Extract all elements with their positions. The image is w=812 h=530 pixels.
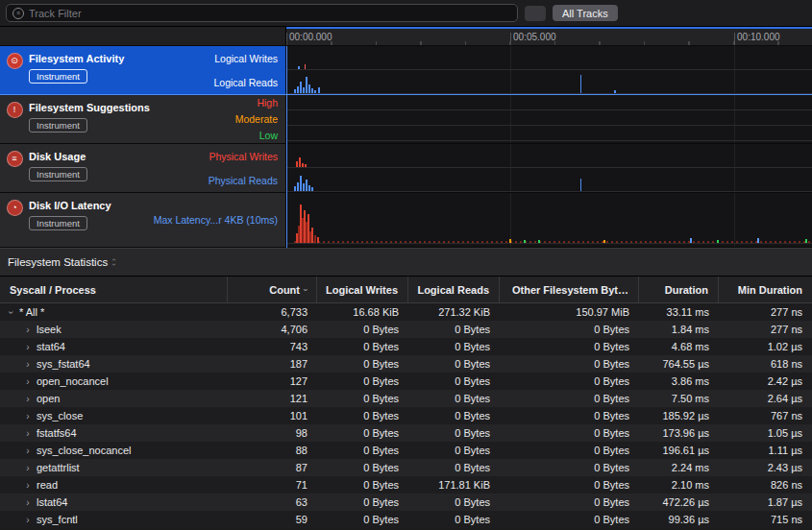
table-row-sys-fstat64[interactable]: ›sys_fstat641870 Bytes0 Bytes0 Bytes764.…: [0, 355, 812, 373]
chevron-right-icon[interactable]: ›: [23, 515, 33, 525]
graph-bar: [317, 237, 319, 243]
cell-logical-writes: 0 Bytes: [317, 445, 408, 456]
cell-logical-writes: 0 Bytes: [317, 514, 408, 525]
instrument-badge: Instrument: [29, 118, 87, 132]
chevron-up-down-icon[interactable]: ››: [112, 257, 115, 267]
graph-bar: [297, 182, 299, 191]
table-header: Syscall / ProcessCount›Logical WritesLog…: [0, 277, 812, 303]
chevron-right-icon[interactable]: ›: [23, 394, 33, 404]
cell-logical-reads: 0 Bytes: [408, 341, 500, 352]
chevron-right-icon[interactable]: ›: [23, 411, 33, 422]
cell-logical-writes: 0 Bytes: [317, 375, 408, 387]
table-row-sys-close[interactable]: ›sys_close1010 Bytes0 Bytes0 Bytes185.92…: [0, 407, 812, 424]
track-lane-labels: Logical WritesLogical Reads: [213, 46, 278, 94]
table-row-stat64[interactable]: ›stat647430 Bytes0 Bytes0 Bytes4.68 ms1.…: [0, 338, 812, 355]
column-header-syscall-process[interactable]: Syscall / Process: [0, 277, 228, 302]
cell-logical-reads: 0 Bytes: [408, 375, 500, 387]
table-row-fstatfs64[interactable]: ›fstatfs64980 Bytes0 Bytes0 Bytes173.96 …: [0, 424, 812, 442]
cell-count: 101: [228, 410, 317, 422]
toolbar: ≡ All Tracks: [0, 0, 812, 27]
lane-baseline: [286, 93, 812, 94]
cell-count: 71: [228, 479, 317, 491]
syscall-name: sys_close: [37, 410, 83, 422]
table-row-getattrlist[interactable]: ›getattrlist870 Bytes0 Bytes0 Bytes2.24 …: [0, 459, 812, 476]
track-graph-filesystem-activity[interactable]: [286, 46, 812, 94]
toolbar-auxiliary-button[interactable]: [525, 6, 546, 21]
table-row-all[interactable]: ›* All *6,73316.68 KiB271.32 KiB150.97 M…: [0, 303, 812, 321]
cell-count: 4,706: [228, 324, 317, 335]
syscall-name-cell: ›sys_close_nocancel: [0, 445, 228, 456]
column-header-min-duration[interactable]: Min Duration: [719, 277, 812, 302]
table-row-read[interactable]: ›read710 Bytes171.81 KiB0 Bytes2.10 ms82…: [0, 476, 812, 494]
playhead[interactable]: [286, 46, 287, 248]
cell-other-filesystem-byt: 0 Bytes: [500, 358, 639, 370]
table-row-lstat64[interactable]: ›lstat64630 Bytes0 Bytes0 Bytes472.26 µs…: [0, 494, 812, 511]
graph-bar: [296, 161, 298, 167]
chevron-right-icon[interactable]: ›: [23, 376, 33, 387]
track-graph-filesystem-suggestions[interactable]: [286, 95, 812, 143]
graph-bar: [538, 240, 540, 243]
syscall-name: sys_fstat64: [37, 358, 90, 370]
cell-logical-writes: 0 Bytes: [317, 479, 408, 491]
cell-logical-reads: 0 Bytes: [408, 324, 500, 335]
track-filter-field[interactable]: ≡: [6, 4, 518, 22]
all-tracks-button[interactable]: All Tracks: [553, 5, 618, 21]
chevron-right-icon[interactable]: ›: [23, 446, 33, 456]
filesystem-activity-icon: ⊙: [7, 53, 23, 69]
track-header-disk-usage[interactable]: ≡Disk UsageInstrumentPhysical WritesPhys…: [0, 144, 286, 192]
graph-bar: [314, 90, 316, 93]
chevron-right-icon[interactable]: ›: [23, 342, 33, 352]
track-graph-disk-usage[interactable]: [286, 144, 812, 192]
chevron-right-icon[interactable]: ›: [23, 480, 33, 491]
cell-min-duration: 618 ns: [719, 358, 812, 370]
lane-label-high: High: [235, 95, 278, 111]
timeline-ruler[interactable]: 00:00.00000:05.00000:10.000: [286, 27, 812, 45]
graph-gridline: [510, 144, 511, 192]
cell-min-duration: 767 ns: [719, 410, 812, 422]
track-header-disk-i-o-latency[interactable]: ◔Disk I/O LatencyInstrumentMax Latency..…: [0, 193, 286, 247]
chevron-right-icon[interactable]: ›: [23, 359, 33, 370]
cell-count: 63: [228, 496, 317, 508]
graph-bar: [580, 75, 581, 93]
chevron-right-icon[interactable]: ›: [23, 497, 33, 508]
cell-logical-writes: 0 Bytes: [317, 427, 408, 439]
column-header-other-filesystem-byt[interactable]: Other Filesystem Byt…: [500, 277, 639, 302]
track-graph-disk-i-o-latency[interactable]: [286, 193, 812, 247]
track-lane-labels: Max Latency...r 4KB (10ms): [154, 193, 278, 247]
chevron-down-icon[interactable]: ›: [6, 307, 16, 317]
track-header-filesystem-suggestions[interactable]: !Filesystem SuggestionsInstrumentHighMod…: [0, 95, 286, 143]
track-lane-labels: HighModerateLow: [235, 95, 278, 143]
table-row-sys-fcntl[interactable]: ›sys_fcntl590 Bytes0 Bytes0 Bytes99.36 µ…: [0, 511, 812, 528]
track-title: Disk Usage: [29, 151, 87, 162]
column-header-label: Min Duration: [738, 284, 802, 296]
track-title: Disk I/O Latency: [29, 200, 111, 211]
cell-count: 187: [228, 358, 317, 370]
latency-baseline-dashes: [294, 241, 812, 243]
table-row-sys-close-nocancel[interactable]: ›sys_close_nocancel880 Bytes0 Bytes0 Byt…: [0, 442, 812, 459]
column-header-duration[interactable]: Duration: [639, 277, 719, 302]
track-disk-usage: ≡Disk UsageInstrumentPhysical WritesPhys…: [0, 144, 812, 193]
graph-gridline: [510, 46, 511, 94]
track-title: Filesystem Suggestions: [29, 102, 150, 113]
ruler-tick-label: 00:00.000: [289, 32, 332, 42]
chevron-right-icon[interactable]: ›: [23, 463, 33, 473]
chevron-right-icon[interactable]: ›: [23, 428, 33, 439]
cell-other-filesystem-byt: 0 Bytes: [500, 445, 639, 456]
chevron-right-icon[interactable]: ›: [23, 325, 33, 335]
table-row-open[interactable]: ›open1210 Bytes0 Bytes0 Bytes7.50 ms2.64…: [0, 390, 812, 407]
table-row-lseek[interactable]: ›lseek4,7060 Bytes0 Bytes0 Bytes1.84 ms2…: [0, 321, 812, 338]
cell-logical-reads: 0 Bytes: [408, 496, 500, 508]
detail-view-selector[interactable]: Filesystem Statistics: [8, 256, 108, 268]
column-header-logical-writes[interactable]: Logical Writes: [317, 277, 408, 302]
track-filter-input[interactable]: [29, 8, 511, 19]
table-row-open-nocancel[interactable]: ›open_nocancel1270 Bytes0 Bytes0 Bytes3.…: [0, 373, 812, 390]
syscall-name-cell: ›open_nocancel: [0, 375, 228, 387]
column-header-logical-reads[interactable]: Logical Reads: [408, 277, 500, 302]
column-header-count[interactable]: Count›: [228, 277, 317, 302]
graph-bar: [311, 187, 313, 191]
syscall-name: open: [37, 393, 60, 404]
cell-count: 127: [228, 375, 317, 387]
track-header-filesystem-activity[interactable]: ⊙Filesystem ActivityInstrumentLogical Wr…: [0, 46, 286, 94]
graph-bar: [614, 90, 616, 93]
ruler-tick: [734, 33, 735, 45]
